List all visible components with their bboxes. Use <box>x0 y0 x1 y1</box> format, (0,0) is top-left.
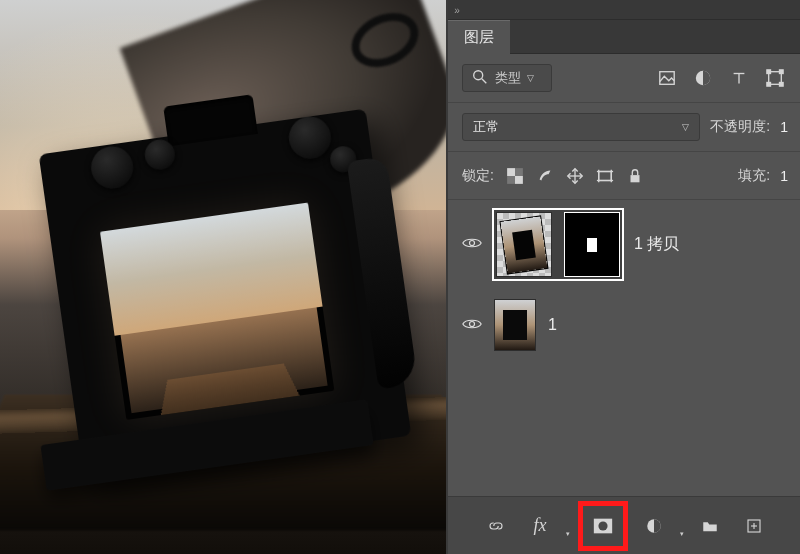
svg-point-26 <box>598 521 607 530</box>
link-icon[interactable] <box>478 508 514 544</box>
panel-tabs: 图层 <box>448 20 800 54</box>
svg-rect-8 <box>780 70 784 74</box>
blend-mode-select[interactable]: 正常 ▽ <box>462 113 700 141</box>
new-layer-icon[interactable] <box>736 508 772 544</box>
svg-rect-17 <box>599 171 612 180</box>
chevron-down-icon: ▽ <box>682 122 689 132</box>
adjustment-layer-icon[interactable] <box>636 508 672 544</box>
layer-thumbnail[interactable] <box>496 212 552 277</box>
svg-rect-12 <box>515 176 523 184</box>
layer-row-1-copy[interactable]: 1 拷贝 <box>448 200 800 289</box>
svg-point-0 <box>474 70 483 79</box>
document-canvas[interactable] <box>0 0 448 554</box>
lock-row: 锁定: 填充: 1 <box>448 152 800 200</box>
svg-rect-10 <box>780 83 784 87</box>
chevron-down-icon: ▽ <box>527 73 534 83</box>
panel-collapse-caret[interactable]: » <box>448 1 466 19</box>
layers-panel: » 图层 类型 ▽ 正常 ▽ 不透明度: <box>448 0 800 554</box>
mask-icon[interactable] <box>583 506 623 546</box>
lock-all-icon[interactable] <box>624 163 646 189</box>
svg-point-24 <box>470 321 475 326</box>
visibility-toggle[interactable] <box>462 317 482 334</box>
lock-artboard-icon[interactable] <box>594 163 616 189</box>
opacity-value[interactable]: 1 <box>780 119 788 135</box>
svg-rect-22 <box>630 175 639 182</box>
visibility-toggle[interactable] <box>462 236 482 253</box>
fx-icon[interactable]: fx <box>522 508 558 544</box>
tab-layers[interactable]: 图层 <box>448 20 510 54</box>
search-icon <box>471 68 489 89</box>
svg-rect-9 <box>767 83 771 87</box>
adjustment-menu-caret[interactable]: ▾ <box>680 530 684 538</box>
layers-panel-footer: fx ▾ ▾ <box>448 496 800 554</box>
adjustment-filter-icon[interactable] <box>690 65 716 91</box>
fx-menu-caret[interactable]: ▾ <box>566 530 570 538</box>
layer-mask-thumbnail[interactable] <box>564 212 620 277</box>
svg-rect-13 <box>515 168 523 176</box>
group-icon[interactable] <box>692 508 728 544</box>
filter-type-label: 类型 <box>495 69 521 87</box>
svg-line-1 <box>482 78 487 83</box>
panel-header-bar: » <box>448 0 800 20</box>
shape-filter-icon[interactable] <box>762 65 788 91</box>
layer-thumbnail[interactable] <box>494 299 536 351</box>
fill-value[interactable]: 1 <box>780 168 788 184</box>
image-filter-icon[interactable] <box>654 65 680 91</box>
layer-name[interactable]: 1 拷贝 <box>634 234 679 255</box>
highlighted-mask-button <box>578 501 628 551</box>
svg-point-23 <box>470 241 475 246</box>
blend-mode-value: 正常 <box>473 118 499 136</box>
lock-label: 锁定: <box>462 167 494 185</box>
svg-rect-14 <box>507 176 515 184</box>
fill-label: 填充: <box>738 167 770 185</box>
layers-list: 1 拷贝 1 <box>448 200 800 496</box>
svg-rect-11 <box>507 168 515 176</box>
opacity-label: 不透明度: <box>710 118 770 136</box>
type-filter-icon[interactable] <box>726 65 752 91</box>
layer-filter-type[interactable]: 类型 ▽ <box>462 64 552 92</box>
layer-name[interactable]: 1 <box>548 316 557 334</box>
blend-mode-row: 正常 ▽ 不透明度: 1 <box>448 103 800 152</box>
lock-pixels-icon[interactable] <box>534 163 556 189</box>
lock-position-icon[interactable] <box>564 163 586 189</box>
lock-transparency-icon[interactable] <box>504 163 526 189</box>
layer-filter-row: 类型 ▽ <box>448 54 800 103</box>
svg-rect-7 <box>767 70 771 74</box>
layer-row-1[interactable]: 1 <box>448 289 800 361</box>
